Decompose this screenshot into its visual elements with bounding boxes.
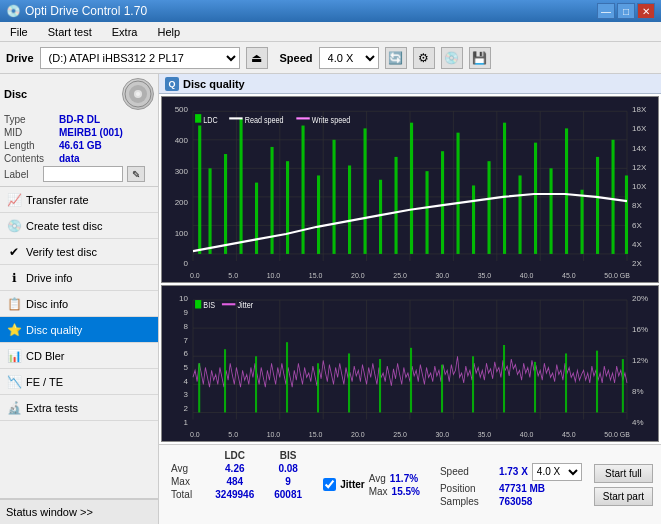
svg-rect-39: [457, 133, 460, 254]
disc-button[interactable]: 💿: [441, 47, 463, 69]
menu-help[interactable]: Help: [151, 25, 186, 39]
svg-rect-24: [224, 154, 227, 254]
buttons-section: Start full Start part: [594, 449, 653, 520]
total-ldc: 3249946: [205, 488, 266, 501]
top-chart-y-400: 400: [175, 136, 188, 145]
contents-key: Contents: [4, 153, 59, 164]
top-chart-yr-8: 8X: [632, 201, 642, 210]
drive-label: Drive: [6, 52, 34, 64]
length-value: 46.61 GB: [59, 140, 102, 151]
stats-table: LDC BIS Avg 4.26 0.08 Max 484 9 Total: [167, 449, 311, 520]
titlebar-title: 💿 Opti Drive Control 1.70: [6, 4, 147, 18]
disc-contents-row: Contents data: [4, 153, 154, 164]
bot-chart-y-8: 8: [184, 322, 188, 331]
minimize-button[interactable]: —: [597, 3, 615, 19]
stats-row: LDC BIS Avg 4.26 0.08 Max 484 9 Total: [159, 444, 661, 524]
bot-chart-y-5: 5: [184, 363, 188, 372]
svg-rect-77: [286, 343, 288, 413]
svg-rect-35: [395, 157, 398, 254]
top-chart-yr-6: 6X: [632, 221, 642, 230]
sidebar-item-disc-quality[interactable]: ⭐ Disc quality: [0, 317, 158, 343]
jitter-checkbox[interactable]: [323, 478, 336, 491]
eject-button[interactable]: ⏏: [246, 47, 268, 69]
disc-panel-title: Disc: [4, 88, 27, 100]
svg-rect-82: [441, 365, 443, 413]
bot-chart-yr-4: 4%: [632, 418, 644, 427]
svg-rect-34: [379, 180, 382, 254]
status-window-label: Status window >>: [6, 506, 93, 518]
type-key: Type: [4, 114, 59, 125]
label-key: Label: [4, 169, 39, 180]
bot-chart-x-10: 10.0: [267, 431, 281, 438]
sidebar-item-drive-info[interactable]: ℹ Drive info: [0, 265, 158, 291]
svg-text:Write speed: Write speed: [312, 114, 351, 125]
samples-row: Samples 763058: [440, 496, 582, 507]
sidebar-item-transfer-rate[interactable]: 📈 Transfer rate: [0, 187, 158, 213]
top-chart-yr-10: 10X: [632, 182, 646, 191]
svg-rect-76: [255, 357, 257, 413]
top-chart-x-10: 10.0: [267, 272, 281, 279]
disc-length-row: Length 46.61 GB: [4, 140, 154, 151]
top-chart-y-0: 0: [184, 259, 188, 268]
label-input[interactable]: [43, 166, 123, 182]
fe-te-label: FE / TE: [26, 376, 63, 388]
bot-chart-x-40: 40.0: [520, 431, 534, 438]
create-test-disc-label: Create test disc: [26, 220, 102, 232]
svg-rect-85: [534, 362, 536, 413]
svg-rect-28: [286, 161, 289, 254]
top-chart-yr-18: 18X: [632, 105, 646, 114]
svg-rect-23: [209, 168, 212, 254]
bot-chart-yr-20: 20%: [632, 294, 648, 303]
bot-chart-x-5: 5.0: [228, 431, 238, 438]
sidebar-item-disc-info[interactable]: 📋 Disc info: [0, 291, 158, 317]
top-chart-x-15: 15.0: [309, 272, 323, 279]
svg-rect-48: [596, 157, 599, 254]
menu-extra[interactable]: Extra: [106, 25, 144, 39]
jitter-avg-label: Avg: [369, 473, 386, 484]
start-full-button[interactable]: Start full: [594, 464, 653, 483]
refresh-button[interactable]: 🔄: [385, 47, 407, 69]
speed-select-stats[interactable]: 4.0 X: [532, 463, 582, 481]
position-row: Position 47731 MB: [440, 483, 582, 494]
label-row: Label ✎: [4, 166, 154, 182]
save-button[interactable]: 💾: [469, 47, 491, 69]
svg-rect-78: [317, 364, 319, 413]
mid-key: MID: [4, 127, 59, 138]
svg-text:BIS: BIS: [203, 300, 215, 311]
settings-button[interactable]: ⚙: [413, 47, 435, 69]
toolbar: Drive (D:) ATAPI iHBS312 2 PL17 ⏏ Speed …: [0, 42, 661, 74]
label-edit-button[interactable]: ✎: [127, 166, 145, 182]
menu-file[interactable]: File: [4, 25, 34, 39]
contents-value: data: [59, 153, 80, 164]
bot-chart-x-20: 20.0: [351, 431, 365, 438]
sidebar-item-extra-tests[interactable]: 🔬 Extra tests: [0, 395, 158, 421]
bottom-chart: BIS Jitter 10 9 8 7 6 5 4 3 2 1: [161, 285, 659, 442]
svg-rect-26: [255, 183, 258, 254]
svg-rect-89: [195, 301, 201, 309]
svg-rect-88: [622, 360, 624, 413]
menu-start-test[interactable]: Start test: [42, 25, 98, 39]
svg-rect-84: [503, 345, 505, 412]
start-part-button[interactable]: Start part: [594, 487, 653, 506]
bot-chart-y-2: 2: [184, 404, 188, 413]
speed-section: Speed 1.73 X 4.0 X Position 47731 MB Sam…: [432, 449, 590, 520]
svg-rect-42: [503, 123, 506, 254]
bot-chart-x-50: 50.0 GB: [604, 431, 630, 438]
drive-selector[interactable]: (D:) ATAPI iHBS312 2 PL17: [40, 47, 240, 69]
sidebar-item-verify-test-disc[interactable]: ✔ Verify test disc: [0, 239, 158, 265]
avg-label: Avg: [167, 462, 205, 475]
menubar: File Start test Extra Help: [0, 22, 661, 42]
sidebar-item-fe-te[interactable]: 📉 FE / TE: [0, 369, 158, 395]
sidebar-item-create-test-disc[interactable]: 💿 Create test disc: [0, 213, 158, 239]
bot-chart-x-0: 0.0: [190, 431, 200, 438]
svg-rect-38: [441, 151, 444, 254]
close-button[interactable]: ✕: [637, 3, 655, 19]
sidebar-item-cd-bler[interactable]: 📊 CD Bler: [0, 343, 158, 369]
speed-selector[interactable]: 4.0 X: [319, 47, 379, 69]
drive-info-icon: ℹ: [6, 270, 22, 286]
svg-rect-31: [333, 140, 336, 254]
maximize-button[interactable]: □: [617, 3, 635, 19]
top-chart-x-5: 5.0: [228, 272, 238, 279]
length-key: Length: [4, 140, 59, 151]
status-window-button[interactable]: Status window >>: [0, 498, 158, 524]
